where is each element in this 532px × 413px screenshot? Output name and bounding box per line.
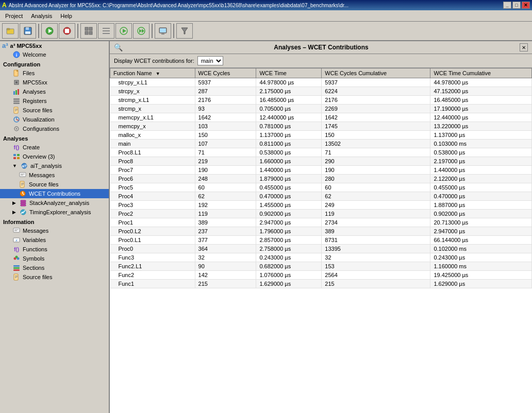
cell-wce-cycles: 389	[195, 218, 256, 227]
svg-rect-1	[7, 28, 10, 30]
col-wce-cycles[interactable]: WCE Cycles	[195, 68, 256, 78]
save-button[interactable]	[20, 23, 36, 39]
filter-button[interactable]	[176, 23, 193, 39]
project-root[interactable]: a³ a³ MPC55xx	[0, 41, 109, 50]
fast-forward-button[interactable]	[133, 23, 149, 39]
analyses-ait[interactable]: ▼ aiT aiT_analysis	[0, 161, 109, 170]
analyses-create[interactable]: f() Create	[0, 143, 109, 152]
col-wce-time[interactable]: WCE Time	[256, 68, 322, 78]
table-row[interactable]: Proc7 190 1.440000 µs 190 1.440000 µs	[110, 166, 532, 175]
table-row[interactable]: Proc1 389 2.947000 µs 2734 20.713000 µs	[110, 218, 532, 227]
table-row[interactable]: strcpy_x.L1 5937 44.978000 µs 5937 44.97…	[110, 78, 532, 87]
table-row[interactable]: Func3 32 0.243000 µs 32 0.243000 µs	[110, 253, 532, 262]
svg-rect-8	[65, 29, 69, 33]
cell-wce-time-cum: 44.978000 µs	[430, 78, 532, 87]
table-row[interactable]: Func2.L1 90 0.682000 µs 153 1.160000 ms	[110, 262, 532, 271]
info-messages[interactable]: Messages	[0, 226, 109, 235]
table-row[interactable]: Proc0 364 2.758000 µs 13395 0.102000 ms	[110, 245, 532, 253]
timing-explorer[interactable]: ▶ TimingExplorer_analysis	[0, 208, 109, 217]
welcome-item[interactable]: i Welcome	[0, 50, 109, 59]
cell-fn-name: Func1	[110, 280, 195, 288]
svg-rect-22	[160, 28, 166, 32]
table-row[interactable]: Proc2 119 0.902000 µs 119 0.902000 µs	[110, 210, 532, 218]
col-wce-cycles-cum[interactable]: WCE Cycles Cumulative	[322, 68, 430, 78]
config-files[interactable]: Files	[0, 68, 109, 78]
cell-fn-name: Func3	[110, 253, 195, 262]
cell-wce-time: 1.137000 µs	[256, 131, 322, 140]
svg-marker-20	[142, 29, 144, 33]
cell-wce-time: 2.857000 µs	[256, 236, 322, 245]
cell-wce-time-cum: 1.440000 µs	[430, 166, 532, 175]
info-functions[interactable]: f() Functions	[0, 245, 109, 254]
info-variables[interactable]: x Variables	[0, 235, 109, 245]
info-symbols[interactable]: Symbols	[0, 254, 109, 263]
table-row[interactable]: memcpy_x 103 0.781000 µs 1745 13.220000 …	[110, 122, 532, 131]
table-row[interactable]: strcmp_x 93 0.705000 µs 2269 17.190000 µ…	[110, 105, 532, 113]
close-button[interactable]: ✕	[522, 2, 530, 9]
table-row[interactable]: Proc3 192 1.455000 µs 249 1.887000 µs	[110, 201, 532, 210]
table-row[interactable]: Proc8 219 1.660000 µs 290 2.197000 µs	[110, 157, 532, 166]
table-row[interactable]: malloc_x 150 1.137000 µs 150 1.137000 µs	[110, 131, 532, 140]
analyses-wcet[interactable]: WCET Contributions	[0, 189, 109, 198]
table-row[interactable]: strcpy_x 287 2.175000 µs 6224 47.152000 …	[110, 87, 532, 96]
svg-rect-75	[13, 267, 20, 269]
minimize-button[interactable]: _	[503, 2, 511, 9]
config-configurations[interactable]: Configurations	[0, 124, 109, 133]
cell-wce-time: 0.902000 µs	[256, 210, 322, 218]
info-sections[interactable]: Sections	[0, 263, 109, 272]
analyses-source-files[interactable]: Source files	[0, 180, 109, 189]
table-row[interactable]: Proc6 248 1.879000 µs 280 2.122000 µs	[110, 175, 532, 183]
panel-close-button[interactable]: ✕	[520, 43, 528, 51]
open-folder-button[interactable]	[2, 23, 19, 39]
cell-fn-name: Proc1	[110, 218, 195, 227]
timing-collapse-arrow: ▶	[12, 210, 16, 215]
svg-rect-11	[85, 31, 88, 35]
config-mpc55xx[interactable]: MPC55xx	[0, 78, 109, 87]
config-source-files[interactable]: Source files	[0, 106, 109, 115]
table-row[interactable]: Proc5 60 0.455000 µs 60 0.455000 µs	[110, 183, 532, 192]
table-row[interactable]: memcpy_x.L1 1642 12.440000 µs 1642 12.44…	[110, 113, 532, 122]
analyses-messages[interactable]: Messages	[0, 170, 109, 180]
table-row[interactable]: Func1 215 1.629000 µs 215 1.629000 µs	[110, 280, 532, 288]
table-container: Function Name ▼ WCE Cycles WCE Time WCE …	[110, 68, 532, 413]
info-source-files[interactable]: Source files	[0, 272, 109, 282]
table-row[interactable]: Func2 142 1.076000 µs 2564 19.425000 µs	[110, 271, 532, 280]
source-files-icon	[12, 106, 21, 114]
table-row[interactable]: Proc4 62 0.470000 µs 62 0.470000 µs	[110, 192, 532, 201]
display-button[interactable]	[155, 23, 171, 39]
table-row[interactable]: Proc0.L1 377 2.857000 µs 8731 66.144000 …	[110, 236, 532, 245]
grid-button[interactable]	[80, 23, 97, 39]
cell-wce-time: 1.796000 µs	[256, 227, 322, 236]
config-registers[interactable]: Registers	[0, 96, 109, 106]
stack-analyzer[interactable]: ▶ StackAnalyzer_analysis	[0, 198, 109, 208]
table-row[interactable]: Proc0.L2 237 1.796000 µs 389 2.947000 µs	[110, 227, 532, 236]
src-files-icon	[19, 180, 27, 188]
files-icon	[12, 69, 21, 77]
cell-wce-cycles-cum: 153	[322, 262, 430, 271]
menu-help[interactable]: Help	[56, 12, 76, 20]
app-icon: A	[2, 2, 7, 9]
col-wce-time-cum[interactable]: WCE Time Cumulative	[430, 68, 532, 78]
run-button[interactable]	[41, 23, 58, 39]
cell-wce-cycles-cum: 60	[322, 183, 430, 192]
svg-rect-28	[16, 70, 18, 72]
svg-rect-58	[21, 185, 23, 185]
maximize-button[interactable]: □	[512, 2, 521, 9]
stop-button[interactable]	[59, 23, 75, 39]
config-visualization[interactable]: Visualization	[0, 115, 109, 124]
table-row[interactable]: Proc8.L1 71 0.538000 µs 71 0.538000 µs	[110, 148, 532, 157]
cell-wce-cycles: 190	[195, 166, 256, 175]
overview-label: Overview (3)	[23, 153, 55, 160]
list-button[interactable]	[98, 23, 114, 39]
play-outline-button[interactable]	[115, 23, 132, 39]
cell-wce-time-cum: 47.152000 µs	[430, 87, 532, 96]
menu-analysis[interactable]: Analysis	[27, 12, 56, 20]
menu-project[interactable]: Project	[1, 12, 27, 20]
analyses-overview[interactable]: Overview (3)	[0, 152, 109, 161]
table-row[interactable]: main 107 0.811000 µs 13502 0.103000 ms	[110, 140, 532, 148]
config-analyses[interactable]: Analyses	[0, 87, 109, 96]
col-function-name[interactable]: Function Name ▼	[110, 68, 195, 78]
variables-icon: x	[12, 236, 21, 244]
filter-select[interactable]: main	[197, 56, 223, 65]
table-row[interactable]: strcmp_x.L1 2176 16.485000 µs 2176 16.48…	[110, 96, 532, 105]
